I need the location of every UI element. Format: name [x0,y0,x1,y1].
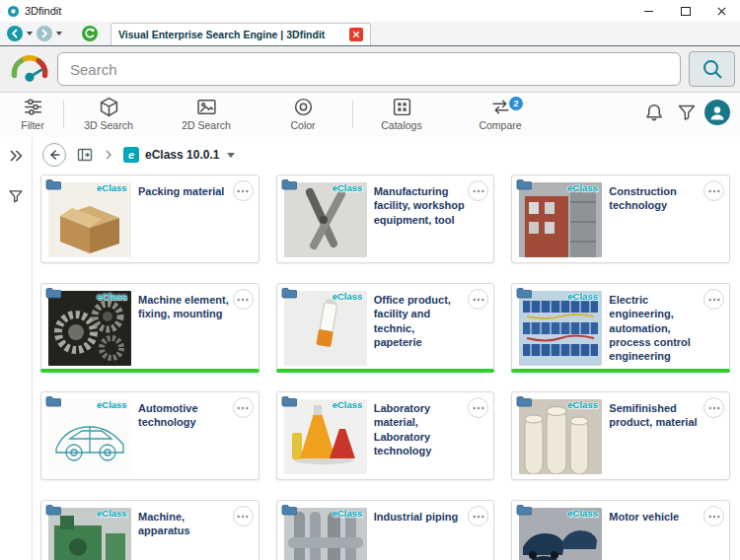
ellipsis-icon [708,298,720,302]
eclass-brand-mark: eClass [567,508,598,519]
window-title: 3Dfindit [25,5,61,17]
card-title: Packing material [138,184,230,198]
card-title: Automotive technology [138,401,230,430]
ellipsis-icon [237,298,249,302]
category-card[interactable]: eClass Manufacturing facility, workshop … [276,175,495,263]
folder-icon [516,287,532,299]
folder-icon [281,287,297,299]
more-options-button[interactable] [233,506,254,526]
toolbar-2d-search-label: 2D Search [182,119,231,131]
category-card[interactable]: eClass Office product, facility and tech… [276,283,495,372]
category-card[interactable]: eClass Packing material [40,175,259,263]
card-image [284,399,367,474]
breadcrumb-category-label: eClass 10.0.1 [145,148,219,162]
more-options-button[interactable] [468,180,488,201]
tab-close-button[interactable] [349,28,363,41]
minimize-button[interactable] [630,0,667,22]
toolbar-separator [352,101,353,128]
left-sidebar [0,137,33,560]
expand-sidebar-button[interactable] [8,149,24,165]
card-image [519,182,602,257]
search-icon [702,58,723,80]
folder-icon [45,287,61,299]
app-icon [7,5,20,18]
category-card[interactable]: eClass Construction technology [511,175,730,263]
browser-nav-buttons [7,26,98,41]
eclass-brand-mark: eClass [567,399,598,410]
breadcrumb: e eClass 10.0.1 [33,137,740,173]
folder-icon [45,395,61,407]
ellipsis-icon [708,515,720,519]
search-button[interactable] [689,51,735,87]
forward-history-caret[interactable] [56,32,62,35]
toolbar-2d-search[interactable]: 2D Search [172,97,241,131]
folder-icon [45,504,61,516]
more-options-button[interactable] [703,180,724,201]
refresh-button[interactable] [82,26,98,41]
breadcrumb-category-dropdown[interactable]: e eClass 10.0.1 [123,147,235,163]
sidebar-filter-button[interactable] [8,188,24,204]
toolbar-filter[interactable]: Filter [0,97,67,131]
card-title: Machine, apparatus [138,510,230,538]
toolbar-color[interactable]: Color [268,97,337,131]
more-options-button[interactable] [233,180,254,201]
ellipsis-icon [473,298,484,302]
toolbar-catalogs[interactable]: Catalogs [367,97,436,131]
eclass-brand-mark: eClass [333,399,363,410]
more-options-button[interactable] [703,289,724,310]
arrow-right-icon [37,26,52,41]
category-card[interactable]: eClass Industrial piping [276,500,495,560]
more-options-button[interactable] [233,289,254,310]
category-card[interactable]: eClass Automotive technology [40,391,259,480]
close-icon [352,31,360,38]
card-image [519,399,602,474]
maximize-button[interactable] [667,0,703,22]
back-history-caret[interactable] [27,32,33,35]
category-card-grid: eClass Packing material eClass Manufactu… [33,173,740,560]
compare-count-badge: 2 [509,97,523,110]
category-card[interactable]: eClass Electric engineering, automation,… [511,283,730,372]
category-card[interactable]: eClass Semifinished product, material [511,391,730,480]
bell-icon [643,103,665,124]
color-ring-icon [293,97,314,117]
card-image [48,291,131,366]
toolbar-3d-search[interactable]: 3D Search [74,97,143,131]
card-image [284,291,367,366]
tab-visual-enterprise-search[interactable]: Visual Enterprise Search Engine | 3Dfind… [111,23,371,45]
ellipsis-icon [473,406,484,410]
card-title: Office product, facility and technic, pa… [374,293,466,349]
eclass-brand-mark: eClass [97,399,127,410]
compare-arrows-icon [490,97,511,117]
breadcrumb-back-button[interactable] [42,143,66,167]
filter-results-button[interactable] [677,103,699,124]
category-card[interactable]: eClass Machine, apparatus [40,500,259,560]
more-options-button[interactable] [703,397,724,418]
card-title: Construction technology [609,184,701,213]
toolbar-compare[interactable]: Compare 2 [466,97,535,131]
content-area: e eClass 10.0.1 eClass Packing material [33,137,740,560]
folder-icon [516,178,532,190]
more-options-button[interactable] [703,506,724,526]
ellipsis-icon [473,189,484,193]
window-titlebar: 3Dfindit [0,0,740,22]
nav-forward-button[interactable] [37,26,52,41]
more-options-button[interactable] [233,397,254,418]
funnel-icon [677,103,697,122]
more-options-button[interactable] [468,397,488,418]
more-options-button[interactable] [468,289,488,310]
notifications-button[interactable] [643,103,665,124]
eclass-brand-mark: eClass [567,291,598,302]
category-card[interactable]: eClass Laboratory material, Laboratory t… [276,391,495,480]
user-avatar[interactable] [704,100,730,125]
search-input[interactable] [57,52,681,86]
eclass-brand-mark: eClass [97,182,127,193]
category-card[interactable]: eClass Motor vehicle [511,500,730,560]
eclass-brand-mark: eClass [333,182,363,193]
tree-panel-icon[interactable] [76,146,94,164]
category-card[interactable]: eClass Machine element, fixing, mounting [40,283,259,372]
nav-back-button[interactable] [7,26,23,41]
person-icon [707,103,727,122]
more-options-button[interactable] [468,506,488,526]
close-button[interactable] [703,0,740,22]
card-image [519,291,602,366]
